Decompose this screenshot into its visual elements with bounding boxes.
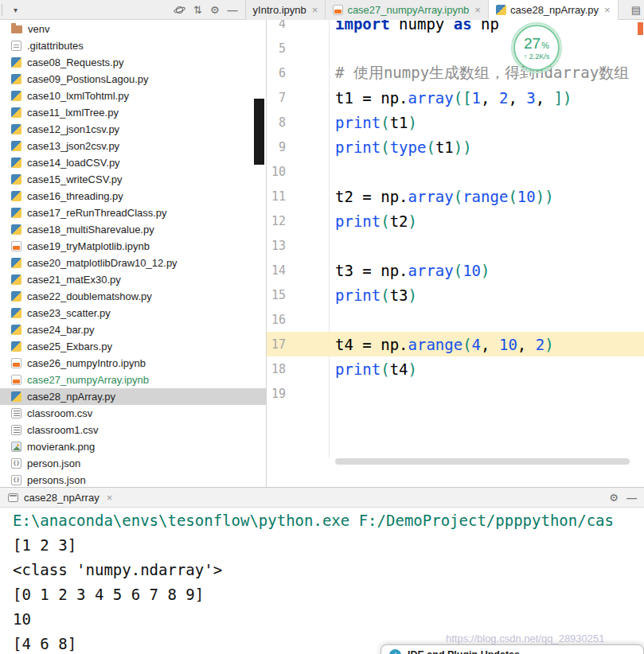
- console-minimize-icon[interactable]: —: [623, 488, 641, 508]
- line-number[interactable]: 9: [267, 140, 286, 154]
- code-line[interactable]: 14t3 = np.array(10): [267, 258, 644, 282]
- notification-text: IDE and Plugin Updates: [408, 649, 520, 654]
- tree-item[interactable]: case19_tryMatplotlib.ipynb: [0, 238, 266, 255]
- code-line[interactable]: 11t2 = np.array(range(10)): [267, 184, 644, 208]
- tree-item[interactable]: case21_matEx30.py: [0, 271, 266, 288]
- code-line[interactable]: 4import numpy as np: [267, 20, 644, 36]
- code-token: 2: [499, 89, 508, 107]
- code-line[interactable]: 18print(t4): [267, 356, 644, 381]
- line-number[interactable]: 4: [267, 20, 286, 31]
- tree-item[interactable]: case24_bar.py: [0, 321, 266, 338]
- line-number[interactable]: 18: [267, 362, 286, 376]
- collapse-dash-icon[interactable]: —: [224, 0, 242, 20]
- image-icon: [11, 442, 21, 452]
- code-token: (: [381, 114, 389, 131]
- error-stripe-mark[interactable]: [638, 22, 643, 35]
- tab-case27-numpyarray-ipynb[interactable]: case27_numpyArray.ipynb ×: [326, 0, 489, 20]
- code-token: 3: [526, 89, 535, 107]
- tree-item[interactable]: case16_threading.py: [0, 188, 266, 204]
- tree-item[interactable]: case14_loadCSV.py: [0, 154, 266, 171]
- code-text: t1 = np.array([1, 2, 3, ]): [335, 89, 572, 107]
- editor-hscrollbar-thumb[interactable]: [335, 458, 630, 465]
- settings-gear-icon[interactable]: ⚙: [206, 0, 224, 20]
- tree-item[interactable]: case11_lxmlTree.py: [0, 104, 266, 121]
- close-icon[interactable]: ×: [107, 492, 113, 504]
- code-token: as: [454, 20, 472, 33]
- line-number[interactable]: 11: [267, 189, 286, 204]
- console-settings-gear-icon[interactable]: ⚙: [605, 488, 623, 508]
- code-line[interactable]: 13: [267, 233, 644, 258]
- tree-item[interactable]: case08_Requests.py: [0, 54, 266, 71]
- code-line[interactable]: 10: [267, 159, 644, 184]
- tree-item[interactable]: case09_PostionsLagou.py: [0, 71, 266, 88]
- line-number[interactable]: 14: [267, 263, 286, 278]
- planet-icon[interactable]: [170, 0, 189, 20]
- hide-panels-icon[interactable]: ▤: [627, 0, 644, 20]
- tree-item[interactable]: case17_reRunThreadClass.py: [0, 204, 266, 221]
- tree-item[interactable]: case15_writeCSV.py: [0, 171, 266, 188]
- tree-item[interactable]: person.json: [0, 455, 266, 472]
- tree-item[interactable]: case10_lxmlTohtml.py: [0, 88, 266, 104]
- line-number[interactable]: 7: [267, 91, 286, 105]
- tree-item-label: case25_Exbars.py: [27, 341, 112, 352]
- tree-item[interactable]: .gitattributes: [0, 37, 266, 54]
- code-line[interactable]: 9print(type(t1)): [267, 134, 644, 159]
- tree-item[interactable]: movierank.png: [0, 438, 266, 455]
- tree-item[interactable]: venv: [0, 21, 266, 37]
- tree-item[interactable]: case28_npArray.py: [0, 388, 266, 405]
- tree-scrollbar-thumb[interactable]: [254, 99, 264, 165]
- network-speed-widget[interactable]: 27 % ↑ 2.2K/s: [513, 25, 560, 71]
- code-token: 10: [499, 336, 517, 353]
- tree-item[interactable]: persons.json: [0, 472, 266, 487]
- dropdown-caret-icon[interactable]: ▾: [10, 0, 21, 20]
- tree-item[interactable]: case27_numpyArray.ipynb: [0, 372, 266, 388]
- tab-yintro-ipynb[interactable]: yIntro.ipynb ×: [246, 0, 326, 20]
- line-number[interactable]: 15: [267, 288, 286, 302]
- line-number[interactable]: 16: [267, 313, 286, 327]
- line-number[interactable]: 6: [267, 66, 286, 80]
- code-line[interactable]: 15print(t3): [267, 282, 644, 307]
- line-number[interactable]: 8: [267, 115, 286, 130]
- code-token: (: [454, 262, 463, 279]
- close-icon[interactable]: ×: [312, 4, 318, 16]
- code-line[interactable]: 19: [267, 381, 644, 406]
- tree-item[interactable]: classroom.csv: [0, 405, 266, 422]
- tree-item-label: case08_Requests.py: [27, 56, 123, 68]
- code-line[interactable]: 6# 使用numpy生成数组，得到ndarray数组: [267, 60, 644, 85]
- code-line[interactable]: 17t4 = np.arange(4, 10, 2): [267, 332, 644, 356]
- line-number[interactable]: 12: [267, 214, 286, 228]
- console-tab[interactable]: case28_npArray ×: [0, 488, 120, 507]
- tree-item[interactable]: case23_scatter.py: [0, 305, 266, 321]
- tree-item[interactable]: classroom1.csv: [0, 422, 266, 438]
- line-number[interactable]: 13: [267, 239, 286, 253]
- editor[interactable]: 4import numpy as np56# 使用numpy生成数组，得到nda…: [267, 20, 644, 487]
- swap-arrows-icon[interactable]: ⇅: [189, 0, 206, 20]
- close-icon[interactable]: ×: [474, 4, 481, 16]
- tree-item[interactable]: case18_multiSharevalue.py: [0, 221, 266, 238]
- code-line[interactable]: 16: [267, 307, 644, 332]
- line-number[interactable]: 17: [267, 337, 286, 352]
- code-token: (: [381, 360, 389, 378]
- tab-case28-nparray-py[interactable]: case28_npArray.py ×: [489, 0, 619, 20]
- line-number[interactable]: 19: [267, 387, 286, 401]
- code-token: ): [408, 114, 417, 131]
- code-token: ): [408, 212, 417, 230]
- code-line[interactable]: 7t1 = np.array([1, 2, 3, ]): [267, 85, 644, 110]
- line-number[interactable]: 10: [267, 165, 286, 179]
- code-token: t3: [390, 286, 408, 304]
- code-line[interactable]: 8print(t1): [267, 110, 644, 134]
- tree-item[interactable]: case25_Exbars.py: [0, 338, 266, 355]
- tree-item[interactable]: case26_numpyIntro.ipynb: [0, 355, 266, 372]
- main-area: venv.gitattributescase08_Requests.pycase…: [0, 20, 644, 487]
- notification-popup[interactable]: i IDE and Plugin Updates: [381, 644, 644, 654]
- tree-item[interactable]: case20_matplotlibDraw10_12.py: [0, 255, 266, 271]
- tree-item[interactable]: case22_doublematshow.py: [0, 288, 266, 305]
- code-line[interactable]: 12print(t2): [267, 208, 644, 233]
- file-tree: venv.gitattributescase08_Requests.pycase…: [0, 20, 267, 487]
- tree-item[interactable]: case12_json1csv.py: [0, 121, 266, 138]
- tree-item[interactable]: case13_json2csv.py: [0, 138, 266, 154]
- code-line[interactable]: 5: [267, 36, 644, 60]
- line-number[interactable]: 5: [267, 41, 286, 56]
- close-icon[interactable]: ×: [604, 4, 611, 16]
- code-token: array: [408, 188, 454, 205]
